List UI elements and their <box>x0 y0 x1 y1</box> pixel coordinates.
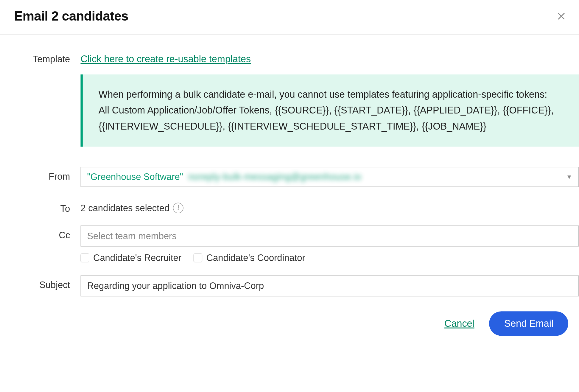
subject-label: Subject <box>0 275 80 290</box>
modal-footer: Cancel Send Email <box>0 301 579 340</box>
create-template-link[interactable]: Click here to create re-usable templates <box>80 53 251 64</box>
checkbox-icon <box>80 253 89 262</box>
send-email-button[interactable]: Send Email <box>489 311 568 336</box>
coordinator-checkbox-label: Candidate's Coordinator <box>206 253 305 263</box>
modal-header: Email 2 candidates <box>0 0 579 35</box>
email-candidates-modal: Email 2 candidates Template Click here t… <box>0 0 579 340</box>
from-select[interactable]: "Greenhouse Software" noreply-bulk-messa… <box>80 167 579 187</box>
cc-checkbox-row: Candidate's Recruiter Candidate's Coordi… <box>80 253 579 263</box>
cc-label: Cc <box>0 225 80 240</box>
close-icon[interactable] <box>556 11 566 21</box>
from-value-wrap: "Greenhouse Software" noreply-bulk-messa… <box>80 167 579 187</box>
modal-title: Email 2 candidates <box>14 9 128 24</box>
to-selected-count: 2 candidates selected <box>80 203 169 213</box>
warning-text-1: When performing a bulk candidate e-mail,… <box>99 87 563 102</box>
chevron-down-icon: ▼ <box>566 173 572 181</box>
token-warning-box: When performing a bulk candidate e-mail,… <box>80 74 579 147</box>
cc-input[interactable] <box>80 225 579 247</box>
cc-row: Cc Candidate's Recruiter Candidate's Coo… <box>0 225 579 263</box>
subject-row: Subject <box>0 275 579 296</box>
template-value: Click here to create re-usable templates… <box>80 53 579 149</box>
cancel-button[interactable]: Cancel <box>444 318 474 329</box>
template-row: Template Click here to create re-usable … <box>0 53 579 149</box>
info-icon[interactable]: i <box>173 203 183 213</box>
from-label: From <box>0 167 80 182</box>
modal-body: Template Click here to create re-usable … <box>0 35 579 340</box>
to-row: To 2 candidates selected i <box>0 203 579 214</box>
cc-value-wrap: Candidate's Recruiter Candidate's Coordi… <box>80 225 579 263</box>
from-display-name: "Greenhouse Software" <box>87 172 183 182</box>
to-label: To <box>0 203 80 214</box>
recruiter-checkbox[interactable]: Candidate's Recruiter <box>80 253 181 263</box>
recruiter-checkbox-label: Candidate's Recruiter <box>93 253 181 263</box>
from-email-obscured: noreply-bulk-messaging@greenhouse.io <box>188 172 361 182</box>
subject-input[interactable] <box>80 275 579 296</box>
warning-text-2: All Custom Application/Job/Offer Tokens,… <box>99 102 563 134</box>
template-label: Template <box>0 53 80 64</box>
to-value-wrap: 2 candidates selected i <box>80 203 579 213</box>
checkbox-icon <box>194 253 202 262</box>
coordinator-checkbox[interactable]: Candidate's Coordinator <box>194 253 305 263</box>
subject-value-wrap <box>80 275 579 296</box>
from-row: From "Greenhouse Software" noreply-bulk-… <box>0 167 579 187</box>
